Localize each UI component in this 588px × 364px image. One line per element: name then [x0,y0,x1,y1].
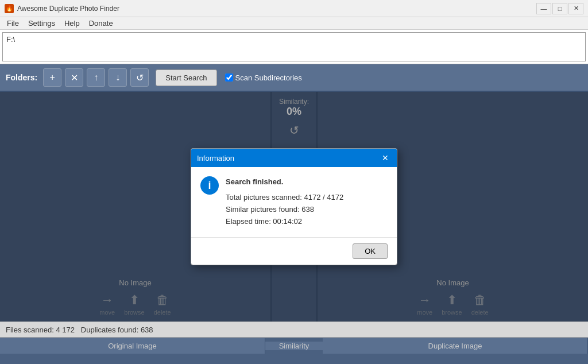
add-folder-button[interactable]: + [43,68,61,87]
title-bar-controls: — □ ✕ [536,3,583,14]
dialog-footer: OK [191,237,397,265]
minimize-button[interactable]: — [536,3,551,14]
move-down-button[interactable]: ↓ [109,68,127,87]
bottom-bar: Original Image Similarity Duplicate Imag… [0,338,588,354]
files-scanned-status: Files scanned: 4 172 [6,326,75,334]
modal-overlay: Information ✕ i Search finished. Total p… [0,92,588,322]
total-pictures-text: Total pictures scanned: 4172 / 4172 [226,192,343,204]
title-bar: 🔥 Awesome Duplicate Photo Finder — □ ✕ [0,0,588,17]
main-content: No Image → move ⬆ browse 🗑 delete Simila… [0,92,588,322]
scan-subdirectories-text: Scan Subdirectories [235,73,302,82]
scan-subdirectories-label[interactable]: Scan Subdirectories [225,73,302,82]
remove-folder-button[interactable]: ✕ [65,68,83,87]
dialog-text: Search finished. Total pictures scanned:… [226,176,343,227]
info-icon: i [200,176,219,195]
ok-button[interactable]: OK [353,243,388,259]
dialog-body: i Search finished. Total pictures scanne… [191,167,397,237]
menu-settings[interactable]: Settings [24,18,60,29]
refresh-button[interactable]: ↺ [130,68,149,87]
folder-path-area: F:\ [0,30,588,64]
folders-label: Folders: [6,73,37,82]
info-dialog: Information ✕ i Search finished. Total p… [191,148,397,265]
menu-file[interactable]: File [2,18,24,29]
toolbar: Folders: + ✕ ↑ ↓ ↺ Start Search Scan Sub… [0,64,588,92]
duplicates-found-status: Duplicates found: 638 [81,326,153,334]
dialog-close-button[interactable]: ✕ [380,152,391,164]
dialog-title: Information [197,154,234,162]
start-search-button[interactable]: Start Search [156,69,216,86]
original-image-tab: Original Image [0,338,265,354]
app-icon: 🔥 [5,4,14,13]
folder-path-content[interactable]: F:\ [2,32,586,61]
status-bar: Files scanned: 4 172 Duplicates found: 6… [0,322,588,338]
similarity-tab: Similarity [265,342,323,350]
similar-pictures-text: Similar pictures found: 638 [226,204,343,216]
search-finished-text: Search finished. [226,176,343,188]
menu-help[interactable]: Help [60,18,84,29]
menu-bar: File Settings Help Donate [0,17,588,30]
menu-donate[interactable]: Donate [84,18,118,29]
title-bar-title: Awesome Duplicate Photo Finder [17,5,119,13]
dialog-title-bar: Information ✕ [191,149,397,167]
close-button[interactable]: ✕ [568,3,583,14]
scan-subdirectories-checkbox[interactable] [225,73,233,82]
elapsed-time-text: Elapsed time: 00:14:02 [226,216,343,228]
duplicate-image-tab: Duplicate Image [323,338,588,354]
title-bar-left: 🔥 Awesome Duplicate Photo Finder [5,4,119,13]
move-up-button[interactable]: ↑ [87,68,105,87]
maximize-button[interactable]: □ [552,3,567,14]
